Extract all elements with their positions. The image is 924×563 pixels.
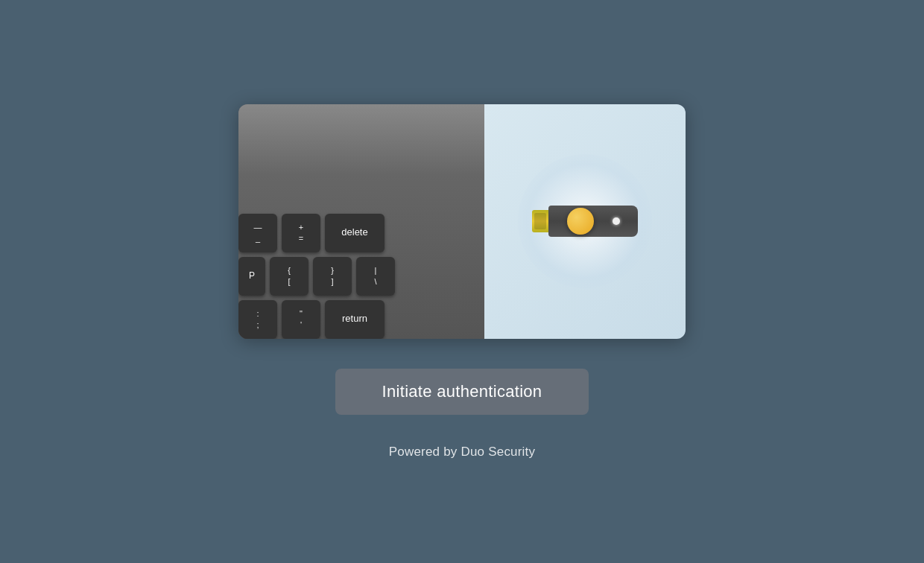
illustration-card: — _ + = delete P { [ [238,104,686,339]
key-body [548,206,638,237]
security-key-illustration [532,206,638,237]
powered-by-text: Powered by Duo Security [389,445,535,459]
main-container: — _ + = delete P { [ [238,104,686,459]
key-pipe: | \ [356,257,395,296]
key-led [613,217,620,225]
key-quote: " ' [282,300,320,339]
key-gold-button [567,208,594,235]
key-bracket-close: } ] [313,257,352,296]
key-plus: + = [282,214,320,252]
keyboard-side: — _ + = delete P { [ [238,104,484,339]
key-row-2: P { [ } ] | \ [238,257,472,296]
key-bracket-open: { [ [270,257,308,296]
usb-connector [532,210,548,232]
key-row-1: — _ + = delete [238,214,472,252]
key-colon: : ; [238,300,277,339]
initiate-auth-button[interactable]: Initiate authentication [335,369,589,415]
key-row-3: : ; " ' return [238,300,472,339]
keys-area: — _ + = delete P { [ [238,206,478,339]
key-minus: — _ [238,214,277,252]
security-side [484,104,686,339]
key-p: P [238,257,265,296]
key-return: return [325,300,385,339]
key-delete: delete [325,214,385,252]
